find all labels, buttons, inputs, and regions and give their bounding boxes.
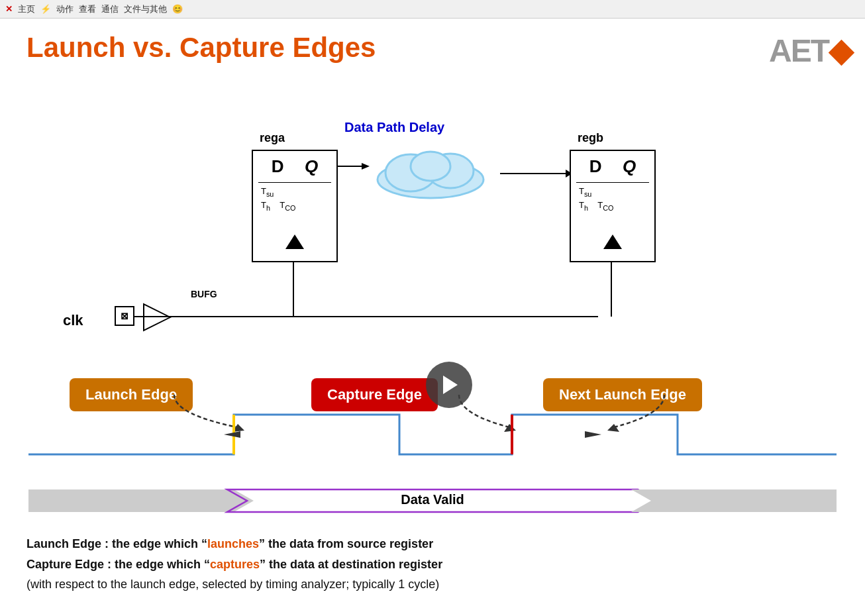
tab-view[interactable]: 查看	[79, 3, 96, 15]
tab-files[interactable]: 文件与其他	[124, 3, 167, 15]
buffer-triangle-container	[140, 301, 174, 336]
clk-vert-regb	[611, 262, 612, 317]
main-content: AET◆ Launch vs. Capture Edges rega D Q T…	[0, 19, 865, 608]
lightning-icon: ⚡	[40, 4, 51, 14]
svg-marker-11	[224, 431, 240, 438]
cloud-svg	[364, 143, 497, 203]
bottom-line1: Launch Edge : the edge which “launches” …	[26, 534, 839, 554]
regb-d: D	[589, 156, 602, 177]
svg-marker-14	[28, 489, 254, 512]
tab-actions[interactable]: 动作	[56, 3, 74, 15]
rega-register: rega D Q Tsu Th TCO	[252, 150, 338, 262]
tab-comms[interactable]: 通信	[101, 3, 119, 15]
data-valid-area: Data Valid	[26, 481, 839, 521]
diagram-area: rega D Q Tsu Th TCO	[26, 83, 839, 388]
waveform-area	[26, 395, 839, 474]
rega-label: rega	[260, 131, 285, 145]
clk-x-box: ⊠	[115, 306, 134, 326]
svg-marker-16	[631, 489, 837, 512]
svg-marker-6	[144, 304, 170, 331]
aet-logo: AET◆	[769, 32, 852, 69]
regb-label: regb	[578, 131, 603, 145]
waveform-svg	[26, 395, 839, 474]
bottom-text: Launch Edge : the edge which “launches” …	[26, 534, 839, 595]
clk-h-line	[134, 316, 598, 317]
tab-home[interactable]: 主页	[18, 3, 35, 15]
page-title: Launch vs. Capture Edges	[26, 32, 839, 64]
svg-marker-12	[607, 424, 619, 432]
close-button[interactable]: ✕	[5, 4, 13, 14]
regb-q: Q	[623, 156, 636, 177]
browser-bar: ✕ 主页 ⚡ 动作 查看 通信 文件与其他 😊	[0, 0, 865, 19]
clk-label: clk	[63, 312, 83, 329]
svg-text:Data Valid: Data Valid	[401, 492, 464, 507]
rega-d: D	[272, 156, 284, 177]
rega-clk-triangle	[285, 234, 304, 249]
play-button[interactable]	[426, 362, 472, 408]
regb-timing: Tsu Th TCO	[571, 183, 654, 216]
rega-q: Q	[305, 156, 318, 177]
play-icon	[443, 376, 458, 394]
buffer-svg	[140, 301, 174, 334]
clk-vert-rega	[293, 262, 294, 317]
bottom-line2: Capture Edge : the edge which “captures”…	[26, 554, 839, 575]
svg-point-5	[411, 152, 450, 181]
smiley-icon: 😊	[172, 4, 183, 14]
data-path-arrow	[500, 173, 572, 174]
bottom-line3: (with respect to the launch edge, select…	[26, 574, 839, 595]
regb-register: regb D Q Tsu Th TCO	[570, 150, 656, 262]
regb-dq: D Q	[571, 151, 654, 182]
rega-timing: Tsu Th TCO	[253, 183, 336, 216]
data-valid-svg: Data Valid	[28, 483, 837, 519]
regb-clk-triangle	[603, 234, 622, 249]
svg-marker-8	[504, 424, 516, 432]
rega-dq: D Q	[253, 151, 336, 182]
bufg-label: BUFG	[191, 289, 217, 299]
data-path-label: Data Path Delay	[344, 120, 444, 135]
svg-marker-13	[585, 431, 601, 438]
